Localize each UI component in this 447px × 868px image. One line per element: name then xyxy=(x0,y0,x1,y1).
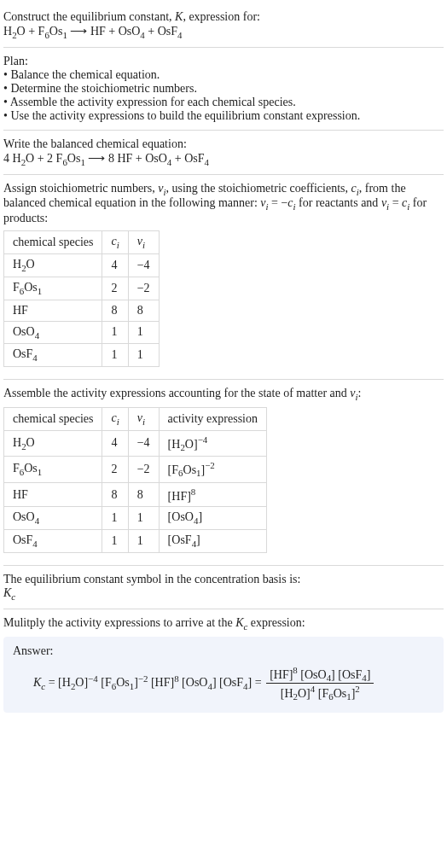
cell-vi: −4 xyxy=(128,253,159,277)
balanced-reaction: 4 H2O + 2 F6Os1 ⟶ 8 HF + OsO4 + OsF4 xyxy=(3,151,444,167)
species: H2O xyxy=(13,152,35,165)
kc-symbol-text: The equilibrium constant symbol in the c… xyxy=(3,573,444,586)
cell-species: HF xyxy=(4,482,102,507)
table-row: OsO4 1 1 xyxy=(4,321,160,344)
divider xyxy=(3,609,444,609)
cell-activity: [OsF4] xyxy=(159,530,266,553)
cell-activity: [H2O]−4 xyxy=(159,430,266,456)
kc-symbol-section: The equilibrium constant symbol in the c… xyxy=(3,568,444,607)
fraction: [HF]8 [OsO4] [OsF4] [H2O]4 [F6Os1]2 xyxy=(266,665,374,702)
cell-ci: 2 xyxy=(102,277,128,300)
intro-section: Construct the equilibrium constant, K, e… xyxy=(3,5,444,45)
arrow: ⟶ xyxy=(70,25,90,38)
cell-activity: [OsO4] xyxy=(159,507,266,530)
species: OsO4 xyxy=(145,152,171,165)
col-ci: ci xyxy=(102,407,128,430)
cell-species: OsO4 xyxy=(4,507,102,530)
plus: + xyxy=(175,152,184,165)
cell-vi: 1 xyxy=(128,507,159,530)
plan-section: Plan: • Balance the chemical equation. •… xyxy=(3,50,444,128)
intro-line-1: Construct the equilibrium constant, K, e… xyxy=(3,10,444,24)
cell-species: OsF4 xyxy=(4,530,102,553)
divider xyxy=(3,174,444,175)
col-activity: activity expression xyxy=(159,407,266,430)
species: OsO4 xyxy=(119,25,145,38)
plan-bullet: • Use the activity expressions to build … xyxy=(3,109,444,123)
cell-ci: 1 xyxy=(102,344,128,367)
table-row: H2O 4 −4 [H2O]−4 xyxy=(4,430,267,456)
arrow: ⟶ xyxy=(88,152,108,165)
answer-expression: Kc = [H2O]−4 [F6Os1]−2 [HF]8 [OsO4] [OsF… xyxy=(13,665,434,702)
cell-activity: [HF]8 xyxy=(159,482,266,507)
balanced-heading: Write the balanced chemical equation: xyxy=(3,137,444,151)
text: Construct the equilibrium constant, xyxy=(3,10,175,23)
multiply-section: Mulitply the activity expressions to arr… xyxy=(3,611,444,719)
table-row: H2O 4 −4 xyxy=(4,253,160,277)
col-ci: ci xyxy=(102,231,128,254)
assemble-section: Assemble the activity expressions accoun… xyxy=(3,382,444,563)
cell-ci: 1 xyxy=(102,507,128,530)
stoich-table: chemical species ci νi H2O 4 −4 F6Os1 2 … xyxy=(3,230,160,367)
cell-vi: 1 xyxy=(128,321,159,344)
plan-bullet: • Determine the stoichiometric numbers. xyxy=(3,82,444,96)
multiply-text: Mulitply the activity expressions to arr… xyxy=(3,616,444,632)
fraction-denominator: [H2O]4 [F6Os1]2 xyxy=(266,684,374,702)
kc-symbol: Kc xyxy=(3,586,444,602)
cell-vi: 1 xyxy=(128,344,159,367)
table-row: OsF4 1 1 xyxy=(4,344,160,367)
cell-ci: 1 xyxy=(102,530,128,553)
table-row: OsF4 1 1 [OsF4] xyxy=(4,530,267,553)
assign-text: Assign stoichiometric numbers, νi, using… xyxy=(3,182,444,226)
assemble-text: Assemble the activity expressions accoun… xyxy=(3,387,444,402)
species: HF xyxy=(90,25,106,38)
cell-ci: 4 xyxy=(102,430,128,456)
activity-table: chemical species ci νi activity expressi… xyxy=(3,407,267,553)
cell-species: F6Os1 xyxy=(4,457,102,482)
coeff: 8 xyxy=(108,152,118,165)
cell-vi: −4 xyxy=(128,430,159,456)
cell-species: F6Os1 xyxy=(4,277,102,300)
cell-ci: 4 xyxy=(102,253,128,277)
plan-bullet: • Balance the chemical equation. xyxy=(3,68,444,82)
table-row: F6Os1 2 −2 xyxy=(4,277,160,300)
table-header-row: chemical species ci νi xyxy=(4,231,160,254)
col-species: chemical species xyxy=(4,407,102,430)
text: , expression for: xyxy=(183,10,260,23)
coeff: 2 xyxy=(47,152,56,165)
species: OsF4 xyxy=(184,152,209,165)
cell-ci: 8 xyxy=(102,300,128,321)
answer-label: Answer: xyxy=(13,644,434,658)
plus: + xyxy=(108,25,118,38)
cell-vi: −2 xyxy=(128,277,159,300)
cell-vi: −2 xyxy=(128,457,159,482)
cell-activity: [F6Os1]−2 xyxy=(159,457,266,482)
cell-species: OsF4 xyxy=(4,344,102,367)
divider xyxy=(3,379,444,380)
divider xyxy=(3,47,444,48)
cell-vi: 8 xyxy=(128,482,159,507)
cell-species: H2O xyxy=(4,430,102,456)
cell-vi: 1 xyxy=(128,530,159,553)
cell-ci: 2 xyxy=(102,457,128,482)
species: HF xyxy=(117,152,132,165)
cell-species: H2O xyxy=(4,253,102,277)
table-row: OsO4 1 1 [OsO4] xyxy=(4,507,267,530)
divider xyxy=(3,565,444,566)
species: OsF4 xyxy=(158,25,183,38)
table-row: HF 8 8 [HF]8 xyxy=(4,482,267,507)
cell-ci: 1 xyxy=(102,321,128,344)
cell-ci: 8 xyxy=(102,482,128,507)
divider xyxy=(3,130,444,131)
cell-species: OsO4 xyxy=(4,321,102,344)
species: H2O xyxy=(3,25,26,38)
species: F6Os1 xyxy=(56,152,85,165)
assign-section: Assign stoichiometric numbers, νi, using… xyxy=(3,177,444,378)
col-species: chemical species xyxy=(4,231,102,254)
plan-heading: Plan: xyxy=(3,55,444,68)
symbol-K: K xyxy=(175,10,183,23)
document-root: Construct the equilibrium constant, K, e… xyxy=(0,0,447,726)
col-vi: νi xyxy=(128,407,159,430)
coeff: 4 xyxy=(3,152,13,165)
balanced-section: Write the balanced chemical equation: 4 … xyxy=(3,132,444,172)
cell-species: HF xyxy=(4,300,102,321)
